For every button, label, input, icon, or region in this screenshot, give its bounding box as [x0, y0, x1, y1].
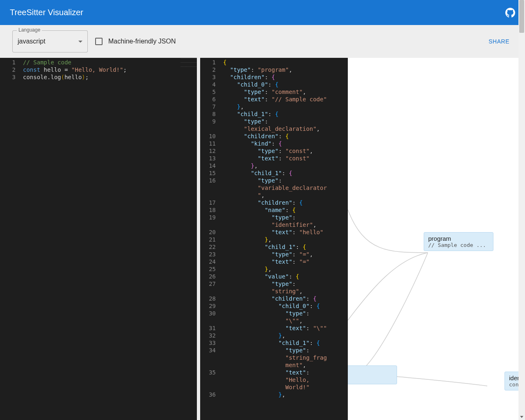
share-button[interactable]: SHARE — [485, 36, 513, 47]
tree-node[interactable] — [348, 365, 397, 384]
checkbox-box-icon — [95, 38, 103, 45]
toolbar: Language javascript Machine-friendly JSO… — [0, 25, 525, 58]
language-value: javascript — [18, 38, 46, 45]
source-code[interactable]: // Sample codeconst hello = "Hello, Worl… — [23, 59, 189, 81]
app-header: TreeSitter Visualizer — [0, 0, 525, 25]
scrollbar-thumb[interactable] — [519, 0, 524, 33]
source-editor[interactable]: 123 // Sample codeconst hello = "Hello, … — [0, 58, 197, 420]
language-label: Language — [17, 27, 42, 33]
chevron-down-icon — [78, 41, 82, 43]
window-scrollbar[interactable] — [518, 0, 525, 420]
tree-node-title — [348, 368, 393, 375]
github-icon[interactable] — [505, 8, 515, 18]
app-title: TreeSitter Visualizer — [10, 8, 83, 17]
tree-node-program[interactable]: program // Sample code ... — [424, 232, 493, 251]
source-gutter: 123 — [0, 58, 23, 420]
tree-node-text: // Sample code ... — [428, 242, 489, 248]
json-viewer[interactable]: 1234567891011121314151617181920212223242… — [200, 58, 348, 420]
tree-node-text — [348, 375, 393, 381]
machine-friendly-checkbox[interactable]: Machine-friendly JSON — [95, 38, 176, 45]
minimap[interactable] — [331, 58, 348, 173]
tree-visualization[interactable]: program // Sample code ... identi conso — [348, 58, 525, 420]
checkbox-label: Machine-friendly JSON — [108, 38, 176, 45]
json-code[interactable]: { "type": "program", "children": { "chil… — [223, 59, 340, 398]
pane-divider[interactable] — [197, 58, 200, 420]
minimap[interactable] — [180, 58, 197, 70]
json-gutter: 1234567891011121314151617181920212223242… — [200, 58, 223, 420]
main-area: 123 // Sample codeconst hello = "Hello, … — [0, 58, 525, 420]
scrollbar-down-button[interactable] — [518, 413, 525, 420]
language-select[interactable]: Language javascript — [12, 30, 88, 52]
chevron-down-icon — [520, 416, 523, 418]
tree-node-title: program — [428, 235, 489, 242]
